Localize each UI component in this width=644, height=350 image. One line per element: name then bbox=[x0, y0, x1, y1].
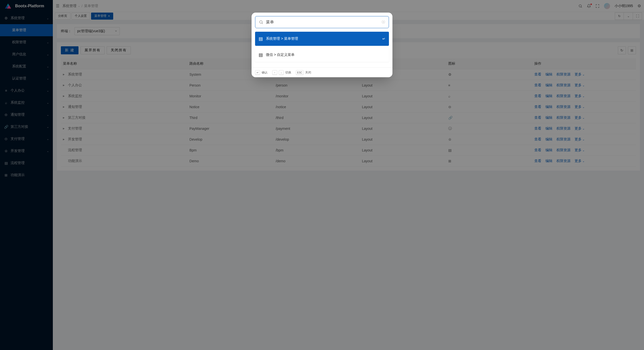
page-icon: ▤ bbox=[259, 36, 263, 42]
clear-icon[interactable]: ⓧ bbox=[382, 20, 385, 24]
down-key-icon: ↓ bbox=[279, 70, 284, 75]
result-label: 微信 > 自定义菜单 bbox=[266, 53, 295, 57]
search-footer: ↵确认 ↑↓切换 ESC关闭 bbox=[252, 67, 392, 77]
result-label: 系统管理 > 菜单管理 bbox=[266, 36, 298, 41]
svg-point-5 bbox=[260, 21, 262, 23]
enter-icon: ↵ bbox=[382, 37, 385, 41]
search-result-item[interactable]: ▤ 系统管理 > 菜单管理 ↵ bbox=[255, 32, 389, 46]
search-modal-overlay[interactable]: ⓧ ▤ 系统管理 > 菜单管理 ↵ ▤ 微信 > 自定义菜单 ↵确认 ↑↓切换 … bbox=[0, 0, 644, 350]
search-icon bbox=[259, 20, 263, 24]
esc-key-icon: ESC bbox=[296, 70, 304, 75]
page-icon: ▤ bbox=[259, 52, 263, 58]
enter-key-icon: ↵ bbox=[255, 70, 260, 75]
up-key-icon: ↑ bbox=[272, 70, 277, 75]
search-result-item[interactable]: ▤ 微信 > 自定义菜单 bbox=[255, 48, 389, 62]
search-modal: ⓧ ▤ 系统管理 > 菜单管理 ↵ ▤ 微信 > 自定义菜单 ↵确认 ↑↓切换 … bbox=[252, 13, 392, 77]
svg-line-6 bbox=[262, 23, 263, 24]
search-input[interactable] bbox=[266, 20, 379, 24]
